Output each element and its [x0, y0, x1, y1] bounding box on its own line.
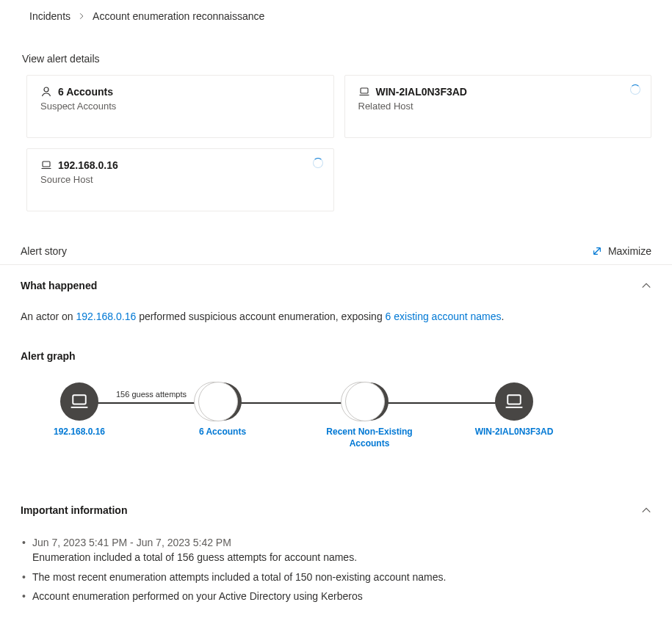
- alert-story-title: Alert story: [21, 245, 67, 257]
- important-info-header[interactable]: Important information: [0, 490, 672, 528]
- svg-rect-2: [43, 162, 50, 167]
- svg-point-4: [218, 393, 226, 402]
- list-item: Jun 7, 2023 5:41 PM - Jun 7, 2023 5:42 P…: [21, 535, 651, 565]
- graph-node-label: WIN-2IAL0N3F3AD: [475, 427, 554, 438]
- breadcrumb-current: Account enumeration reconnaissance: [93, 10, 264, 22]
- graph-node-label: 192.168.0.16: [54, 427, 105, 438]
- wh-ip-link[interactable]: 192.168.0.16: [76, 311, 137, 322]
- breadcrumb-parent[interactable]: Incidents: [29, 10, 71, 22]
- laptop-icon: [495, 382, 533, 421]
- accounts-card[interactable]: 6 Accounts Suspect Accounts: [26, 75, 334, 138]
- graph-node-source[interactable]: 192.168.0.16: [28, 382, 131, 438]
- chevron-up-icon: [641, 505, 651, 515]
- graph-node-label: Recent Non-Existing Accounts: [318, 427, 421, 449]
- what-happened-body: An actor on 192.168.0.16 performed suspi…: [0, 303, 672, 340]
- loading-spinner-icon: [313, 158, 323, 168]
- graph-node-nonexisting[interactable]: Recent Non-Existing Accounts: [318, 382, 421, 449]
- wh-accounts-link[interactable]: 6 existing account names: [386, 311, 502, 322]
- chevron-up-icon: [641, 280, 651, 291]
- laptop-icon: [40, 159, 52, 171]
- important-info-list: Jun 7, 2023 5:41 PM - Jun 7, 2023 5:42 P…: [0, 528, 672, 625]
- graph-node-accounts[interactable]: 6 Accounts: [171, 382, 274, 438]
- source-host-card-subtitle: Source Host: [40, 174, 320, 185]
- maximize-icon: [592, 246, 602, 256]
- person-icon: [203, 382, 242, 421]
- loading-spinner-icon: [630, 84, 640, 95]
- laptop-icon: [60, 382, 98, 421]
- important-info-title: Important information: [21, 504, 127, 516]
- related-host-card-title: WIN-2IAL0N3F3AD: [376, 86, 467, 98]
- view-alert-details-heading: View alert details: [0, 32, 672, 75]
- graph-node-target[interactable]: WIN-2IAL0N3F3AD: [463, 382, 566, 438]
- graph-node-label: 6 Accounts: [199, 427, 246, 438]
- maximize-button[interactable]: Maximize: [592, 245, 651, 257]
- alert-graph-title: Alert graph: [0, 340, 672, 369]
- related-host-card[interactable]: WIN-2IAL0N3F3AD Related Host: [344, 75, 652, 138]
- maximize-label: Maximize: [608, 245, 651, 257]
- list-item: Account enumeration performed on your Ac…: [21, 589, 651, 603]
- laptop-icon: [358, 86, 370, 98]
- accounts-card-title: 6 Accounts: [58, 86, 113, 98]
- accounts-card-subtitle: Suspect Accounts: [40, 101, 320, 112]
- what-happened-header[interactable]: What happened: [0, 265, 672, 303]
- source-host-card[interactable]: 192.168.0.16 Source Host: [26, 148, 334, 211]
- entity-card-grid: 6 Accounts Suspect Accounts WIN-2IAL0N3F…: [0, 75, 672, 211]
- what-happened-title: What happened: [21, 280, 97, 291]
- info-line1b: Enumeration included a total of 156 gues…: [32, 551, 357, 563]
- alert-story-header: Alert story Maximize: [0, 211, 672, 265]
- svg-point-5: [368, 405, 370, 407]
- wh-middle: performed suspicious account enumeration…: [136, 311, 385, 322]
- wh-suffix: .: [502, 311, 505, 322]
- alert-graph: 156 guess attempts 192.168.0.16 6 Accoun…: [21, 382, 651, 463]
- person-icon: [40, 86, 52, 98]
- svg-point-0: [44, 87, 48, 92]
- chevron-right-icon: [78, 12, 85, 20]
- list-item: The most recent enumeration attempts inc…: [21, 570, 651, 584]
- related-host-card-subtitle: Related Host: [358, 101, 638, 112]
- svg-rect-1: [361, 88, 368, 93]
- wh-prefix: An actor on: [21, 311, 76, 322]
- question-icon: [350, 382, 389, 421]
- svg-rect-3: [73, 395, 86, 404]
- breadcrumb: Incidents Account enumeration reconnaiss…: [0, 0, 672, 32]
- info-time-range: Jun 7, 2023 5:41 PM - Jun 7, 2023 5:42 P…: [32, 535, 651, 550]
- source-host-card-title: 192.168.0.16: [58, 159, 118, 171]
- svg-rect-6: [507, 395, 521, 404]
